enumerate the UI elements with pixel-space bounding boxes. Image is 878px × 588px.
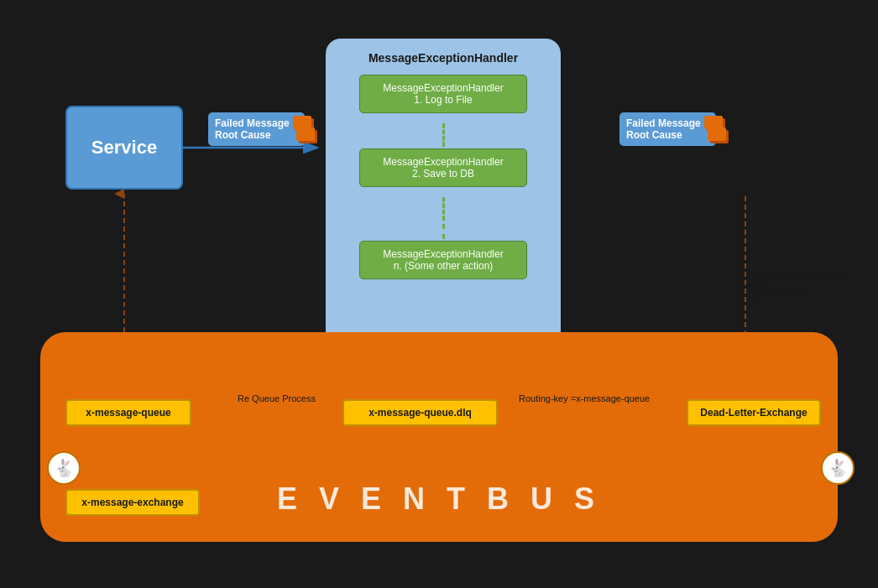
failed-msg-left-line1: Failed Message (215, 117, 298, 129)
re-queue-label: Re Queue Process (238, 393, 316, 403)
routing-key-dlq-label: Routing-key =x-message-queue (519, 393, 650, 403)
rabbit-right-glyph: 🐇 (828, 458, 849, 478)
failed-message-right: Failed Message Root Cause (619, 112, 737, 175)
routing-key-label: Routing-key = x-message-queue(Queue Name… (745, 269, 863, 299)
dead-letter-exchange-label: Dead-Letter-Exchange (700, 407, 807, 419)
failed-msg-left-line2: Root Cause (215, 129, 298, 141)
failed-msg-right-line2: Root Cause (626, 129, 709, 141)
diagram-container: Service Failed Message Root Cause Messag… (15, 13, 863, 575)
meh-container: MessageExceptionHandler MessageException… (326, 39, 561, 349)
x-message-exchange-box: x-message-exchange (65, 489, 200, 516)
dashed-arrow-2 (442, 197, 445, 221)
msg-icon-r2 (708, 127, 726, 141)
x-message-queue-dlq-box: x-message-queue.dlq (342, 399, 498, 426)
meh-item-n: MessageExceptionHandler n. (Some other a… (359, 241, 527, 279)
x-message-queue-dlq-label: x-message-queue.dlq (368, 407, 472, 419)
dashed-arrow-3 (442, 224, 445, 239)
service-box: Service (65, 106, 183, 190)
msg-icon-2 (296, 127, 315, 141)
x-message-queue-box: x-message-queue (65, 399, 191, 426)
rabbit-icon-right: 🐇 (821, 451, 854, 485)
dead-letter-exchange-box: Dead-Letter-Exchange (687, 399, 821, 426)
meh-item-1: MessageExceptionHandler 1. Log to File (359, 75, 527, 113)
meh-title: MessageExceptionHandler (368, 51, 518, 65)
x-message-exchange-label: x-message-exchange (81, 497, 183, 508)
rabbit-left-glyph: 🐇 (54, 458, 75, 478)
failed-message-left: Failed Message Root Cause (208, 112, 317, 171)
meh-item-2: MessageExceptionHandler 2. Save to DB (359, 148, 527, 187)
x-message-queue-label: x-message-queue (86, 407, 170, 419)
service-label: Service (91, 137, 157, 159)
failed-msg-right-line1: Failed Message (626, 117, 709, 129)
rabbit-icon-left: 🐇 (47, 451, 81, 485)
event-bus-label: E V E N T B U S (277, 481, 601, 517)
dashed-arrow-1 (442, 123, 445, 147)
